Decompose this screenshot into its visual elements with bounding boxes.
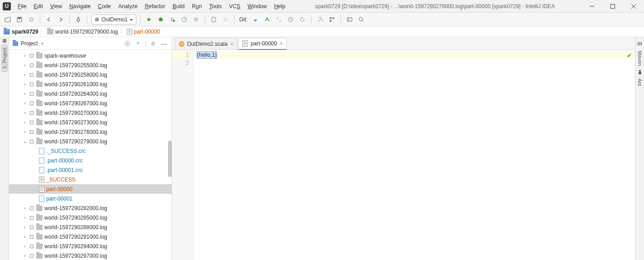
coverage-icon[interactable] (168, 15, 178, 25)
menu-window[interactable]: Window (244, 1, 270, 11)
gutter: 12 (172, 50, 194, 260)
breadcrumb-dir[interactable]: world-1597290279000.log (47, 29, 118, 35)
menu-file[interactable]: File (14, 1, 29, 11)
tree-arrow-icon: › (22, 129, 28, 134)
menu-help[interactable]: Help (271, 1, 288, 11)
hide-icon[interactable]: — (160, 39, 168, 48)
maximize-button[interactable] (602, 0, 623, 13)
tree-item[interactable]: ›world-1597290261000.log (9, 79, 172, 89)
tree-item[interactable]: ›world-1597290255000.log (9, 60, 172, 70)
save-icon[interactable] (14, 15, 24, 25)
tree-item[interactable]: .part-00000.crc (9, 156, 172, 165)
settings-icon[interactable] (315, 15, 325, 25)
project-tree[interactable]: ›spark-warehouse›world-1597290255000.log… (9, 50, 172, 260)
run-icon[interactable] (144, 15, 154, 25)
menu-code[interactable]: Code (95, 1, 114, 11)
layout-icon[interactable] (345, 15, 355, 25)
project-tool-tab[interactable]: 1: Project (1, 44, 8, 72)
tree-item[interactable]: ⌄world-1597290279000.log (9, 137, 172, 146)
module-marker-icon (30, 226, 34, 229)
open-icon[interactable] (3, 15, 13, 25)
close-tab-icon[interactable]: × (230, 41, 233, 47)
close-tab-icon[interactable]: × (279, 40, 283, 47)
git-compare-icon[interactable] (274, 15, 284, 25)
menu-build[interactable]: Build (169, 1, 188, 11)
project-panel-title[interactable]: Project (13, 40, 120, 47)
maven-tool-tab[interactable]: Maven (637, 51, 643, 66)
forward-icon[interactable] (56, 15, 66, 25)
gear-icon[interactable] (149, 39, 157, 48)
tree-item[interactable]: ›world-1597290258000.log (9, 70, 172, 79)
svg-point-25 (126, 43, 128, 44)
close-button[interactable] (623, 0, 644, 13)
tree-arrow-icon: ⌄ (22, 139, 28, 144)
minimize-button[interactable] (582, 0, 602, 13)
tree-item-label: world-1597290288000.log (44, 224, 107, 231)
menu-edit[interactable]: Edit (30, 1, 46, 11)
tree-item[interactable]: ›world-1597290264000.log (9, 89, 172, 98)
menu-navigate[interactable]: Navigate (66, 1, 94, 11)
ant-tool-tab[interactable]: Ant (637, 78, 643, 86)
ant-icon (638, 69, 642, 75)
scrollbar-thumb[interactable] (168, 141, 172, 177)
tree-item[interactable]: ._SUCCESS.crc (9, 146, 172, 156)
sdk-icon[interactable] (221, 15, 231, 25)
breadcrumb-file[interactable]: part-00000 (127, 29, 160, 35)
menu-vcs[interactable]: VCS (226, 1, 244, 11)
code-area[interactable]: (hello,1) (194, 50, 635, 260)
git-revert-icon[interactable] (298, 15, 308, 25)
file-icon (39, 186, 44, 192)
tree-item[interactable]: .part-00001.crc (9, 165, 172, 175)
tree-arrow-icon: › (22, 63, 28, 68)
sync-icon[interactable] (26, 15, 36, 25)
tree-item[interactable]: ›world-1597290285000.log (9, 213, 172, 222)
code-line[interactable] (197, 59, 635, 67)
tree-item-label: world-1597290297000.log (44, 253, 107, 259)
project-structure-icon[interactable] (327, 15, 337, 25)
menu-run[interactable]: Run (189, 1, 205, 11)
tree-item[interactable]: _SUCCESS (9, 175, 172, 184)
build-icon[interactable] (73, 15, 83, 25)
file-icon (39, 177, 44, 183)
editor-tab[interactable]: OOutDemo2.scala× (175, 38, 237, 49)
tree-item[interactable]: ›world-1597290282000.log (9, 203, 172, 213)
tree-item[interactable]: ›world-1597290294000.log (9, 241, 172, 251)
file-icon (39, 196, 44, 202)
locate-icon[interactable] (123, 39, 131, 48)
menu-refactor[interactable]: Refactor (142, 1, 168, 11)
tree-item[interactable]: ›spark-warehouse (9, 51, 172, 60)
git-history-icon[interactable] (286, 15, 296, 25)
menu-analyze[interactable]: Analyze (115, 1, 141, 11)
tree-item[interactable]: ›world-1597290273000.log (9, 118, 172, 127)
menu-view[interactable]: View (47, 1, 65, 11)
folder-icon (36, 120, 43, 125)
tree-item[interactable]: ›world-1597290276000.log (9, 127, 172, 137)
expand-icon[interactable] (134, 39, 142, 48)
profile-icon[interactable] (179, 15, 189, 25)
file-icon (39, 148, 44, 154)
tree-item[interactable]: ›world-1597290270000.log (9, 108, 172, 118)
tree-item[interactable]: ›world-1597290288000.log (9, 222, 172, 232)
debug-icon[interactable] (156, 15, 166, 25)
tree-item[interactable]: ›world-1597290291000.log (9, 232, 172, 241)
stop-icon[interactable] (191, 15, 201, 25)
avd-icon[interactable] (209, 15, 219, 25)
tree-item[interactable]: part-00000 (9, 184, 172, 194)
app-icon: IJ (3, 2, 11, 10)
code-line[interactable]: (hello,1) (197, 51, 635, 59)
search-everywhere-icon[interactable] (356, 15, 366, 25)
run-config-select[interactable]: OutDemo1 (91, 15, 136, 25)
tree-item-label: world-1597290267000.log (44, 100, 107, 107)
tree-item[interactable]: ›world-1597290297000.log (9, 251, 172, 260)
git-update-icon[interactable] (250, 15, 260, 25)
tree-item[interactable]: ›world-1597290267000.log (9, 98, 172, 108)
git-commit-icon[interactable] (262, 15, 272, 25)
editor-tab[interactable]: part-00000× (238, 38, 287, 50)
menu-tools[interactable]: Tools (206, 1, 225, 11)
tree-item[interactable]: part-00001 (9, 194, 172, 203)
breadcrumb-root[interactable]: spark0729 (4, 29, 38, 35)
folder-icon (36, 82, 43, 87)
back-icon[interactable] (44, 15, 54, 25)
chevron-right-icon: 〉 (40, 28, 45, 35)
folder-icon (36, 101, 43, 106)
